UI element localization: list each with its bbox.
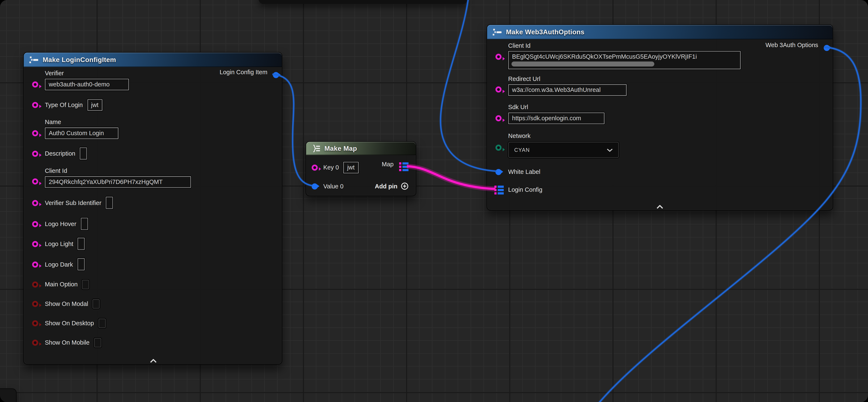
type-of-login-row: Type Of Login jwt xyxy=(45,98,102,111)
key-0-pin[interactable] xyxy=(312,164,318,170)
output-pin-row: Web 3Auth Options xyxy=(766,41,818,48)
description-pin[interactable] xyxy=(32,150,38,156)
show-on-mobile-checkbox[interactable] xyxy=(94,338,101,347)
graph-canvas[interactable]: Make LoginConfigItem Login Config Item V… xyxy=(0,0,868,402)
show-on-desktop-pin[interactable] xyxy=(32,320,38,326)
main-option-pin[interactable] xyxy=(32,281,38,287)
network-pin[interactable] xyxy=(496,145,502,151)
value-0-label: Value 0 xyxy=(323,183,343,190)
verifier-label: Verifier xyxy=(45,70,129,77)
logo-hover-input[interactable] xyxy=(81,218,88,230)
value-0-pin[interactable] xyxy=(312,183,318,189)
output-pin-row: Login Config Item xyxy=(220,69,268,76)
chevron-down-icon xyxy=(607,148,613,151)
node-header[interactable]: Make LoginConfigItem xyxy=(24,53,282,67)
sdk-url-label: Sdk Url xyxy=(508,104,604,110)
node-title: Make Map xyxy=(324,145,357,152)
show-on-desktop-checkbox[interactable] xyxy=(98,318,105,328)
sdk-url-pin[interactable] xyxy=(496,115,502,121)
node-make-map[interactable]: Make Map Key 0 jwt Map Value 0 Add pin xyxy=(306,141,416,196)
collapse-chevron-icon[interactable] xyxy=(656,201,664,211)
network-row: Network xyxy=(508,133,530,139)
redirect-url-input[interactable]: w3a://com.w3a.Web3AuthUnreal xyxy=(508,84,627,96)
logo-dark-label: Logo Dark xyxy=(45,261,73,268)
add-pin-button[interactable]: Add pin xyxy=(375,182,409,190)
node-header[interactable]: Make Web3AuthOptions xyxy=(487,25,833,39)
show-on-modal-checkbox[interactable] xyxy=(93,299,100,309)
type-of-login-pin[interactable] xyxy=(32,102,38,108)
logo-hover-row: Logo Hover xyxy=(45,218,88,230)
redirect-url-label: Redirect Url xyxy=(508,75,627,82)
client-id-pin[interactable] xyxy=(496,54,502,60)
key-0-row: Key 0 jwt xyxy=(323,161,359,173)
main-option-label: Main Option xyxy=(45,281,78,288)
network-dropdown[interactable]: CYAN xyxy=(508,142,619,158)
login-config-label: Login Config xyxy=(508,186,542,193)
verifier-sub-identifier-input[interactable] xyxy=(106,197,113,209)
verifier-sub-identifier-label: Verifier Sub Identifier xyxy=(45,200,101,206)
node-make-web3authoptions[interactable]: Make Web3AuthOptions Web 3Auth Options C… xyxy=(487,24,833,210)
blueprint-viewport: Make LoginConfigItem Login Config Item V… xyxy=(0,0,868,402)
redirect-url-row: Redirect Url w3a://com.w3a.Web3AuthUnrea… xyxy=(508,75,627,96)
description-input[interactable] xyxy=(80,147,87,160)
white-label-row: White Label xyxy=(508,166,540,178)
logo-light-row: Logo Light xyxy=(45,238,85,250)
show-on-modal-label: Show On Modal xyxy=(45,300,88,307)
main-option-row: Main Option xyxy=(45,278,89,290)
show-on-desktop-label: Show On Desktop xyxy=(45,320,94,326)
client-id-scrollbar[interactable] xyxy=(512,62,654,67)
node-make-loginconfigitem[interactable]: Make LoginConfigItem Login Config Item V… xyxy=(23,52,282,365)
verifier-input[interactable]: web3auth-auth0-demo xyxy=(45,79,129,90)
verifier-pin[interactable] xyxy=(32,81,38,87)
description-label: Description xyxy=(45,150,75,157)
login-config-pin[interactable] xyxy=(494,185,504,195)
client-id-input[interactable]: 294QRkchfq2YaXUbPri7D6PH7xzHgQMT xyxy=(45,176,191,188)
map-output-label: Map xyxy=(382,161,394,167)
node-header[interactable]: Make Map xyxy=(306,142,416,155)
logo-hover-label: Logo Hover xyxy=(45,221,76,227)
client-id-row: Client Id BEglQSgt4cUWcj6SKRdu5QkOXTsePm… xyxy=(508,42,741,69)
client-id-input[interactable]: BEglQSgt4cUWcj6SKRdu5QkOXTsePmMcusG5EAoy… xyxy=(508,51,741,69)
output-pin-label: Web 3Auth Options xyxy=(766,41,818,48)
key-0-input[interactable]: jwt xyxy=(343,162,359,173)
make-struct-icon xyxy=(29,56,39,64)
make-map-icon xyxy=(312,145,320,152)
make-struct-icon xyxy=(493,28,502,36)
network-dropdown-value: CYAN xyxy=(514,147,530,153)
logo-hover-pin[interactable] xyxy=(32,221,38,227)
value-0-row: Value 0 xyxy=(323,180,343,192)
key-0-label: Key 0 xyxy=(323,164,339,171)
login-config-row: Login Config xyxy=(508,183,542,196)
white-label-label: White Label xyxy=(508,168,540,175)
output-pin-label: Login Config Item xyxy=(220,69,268,76)
logo-light-label: Logo Light xyxy=(45,240,73,247)
show-on-desktop-row: Show On Desktop xyxy=(45,317,105,329)
show-on-modal-pin[interactable] xyxy=(32,301,38,307)
description-row: Description xyxy=(45,147,87,160)
logo-dark-pin[interactable] xyxy=(32,261,38,267)
sdk-url-input[interactable]: https://sdk.openlogin.com xyxy=(508,113,604,124)
type-of-login-label: Type Of Login xyxy=(45,101,83,108)
node-title: Make LoginConfigItem xyxy=(43,56,116,64)
verifier-sub-identifier-pin[interactable] xyxy=(32,200,38,206)
client-id-label: Client Id xyxy=(45,167,191,174)
logo-light-pin[interactable] xyxy=(32,241,38,247)
show-on-mobile-pin[interactable] xyxy=(32,339,38,345)
type-of-login-input[interactable]: jwt xyxy=(87,99,102,110)
name-row: Name Auth0 Custom Login xyxy=(45,119,118,139)
logo-dark-row: Logo Dark xyxy=(45,258,85,270)
client-id-label: Client Id xyxy=(508,42,741,49)
offscreen-node-bottom-edge xyxy=(258,0,468,4)
main-option-checkbox[interactable] xyxy=(82,280,89,289)
collapse-chevron-icon[interactable] xyxy=(150,355,157,365)
client-id-pin[interactable] xyxy=(32,178,38,184)
name-input[interactable]: Auth0 Custom Login xyxy=(45,127,118,139)
redirect-url-pin[interactable] xyxy=(496,86,502,92)
network-label: Network xyxy=(508,133,530,139)
name-pin[interactable] xyxy=(32,130,38,136)
logo-light-input[interactable] xyxy=(78,238,85,250)
offscreen-node-corner xyxy=(0,388,17,402)
client-id-value: BEglQSgt4cUWcj6SKRdu5QkOXTsePmMcusG5EAoy… xyxy=(512,53,697,60)
name-label: Name xyxy=(45,119,118,125)
logo-dark-input[interactable] xyxy=(77,258,85,270)
